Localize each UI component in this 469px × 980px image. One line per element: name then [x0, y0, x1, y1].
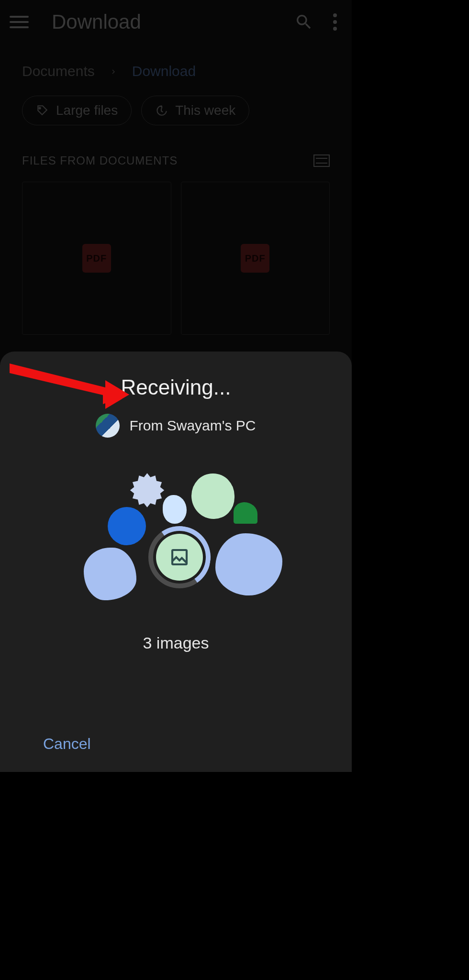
- blob-shape: [127, 471, 168, 512]
- blob-shape: [191, 473, 234, 519]
- blob-shape: [84, 548, 136, 600]
- receiving-sheet: Receiving... From Swayam's PC 3 im: [0, 352, 352, 772]
- cancel-button[interactable]: Cancel: [43, 735, 91, 752]
- svg-rect-1: [172, 550, 187, 564]
- transfer-animation: [0, 476, 352, 658]
- sender-label: From Swayam's PC: [129, 418, 256, 434]
- progress-indicator: [148, 526, 211, 588]
- sender-row: From Swayam's PC: [0, 414, 352, 438]
- blob-shape: [215, 533, 282, 595]
- blob-shape: [163, 495, 187, 524]
- blob-shape: [234, 502, 257, 524]
- sheet-title: Receiving...: [0, 375, 352, 399]
- blob-shape: [108, 507, 146, 545]
- sender-avatar: [96, 414, 120, 438]
- sheet-footer: Cancel: [0, 716, 352, 772]
- app-screen: Download Documents Download Large files …: [0, 0, 352, 772]
- image-icon: [156, 534, 203, 581]
